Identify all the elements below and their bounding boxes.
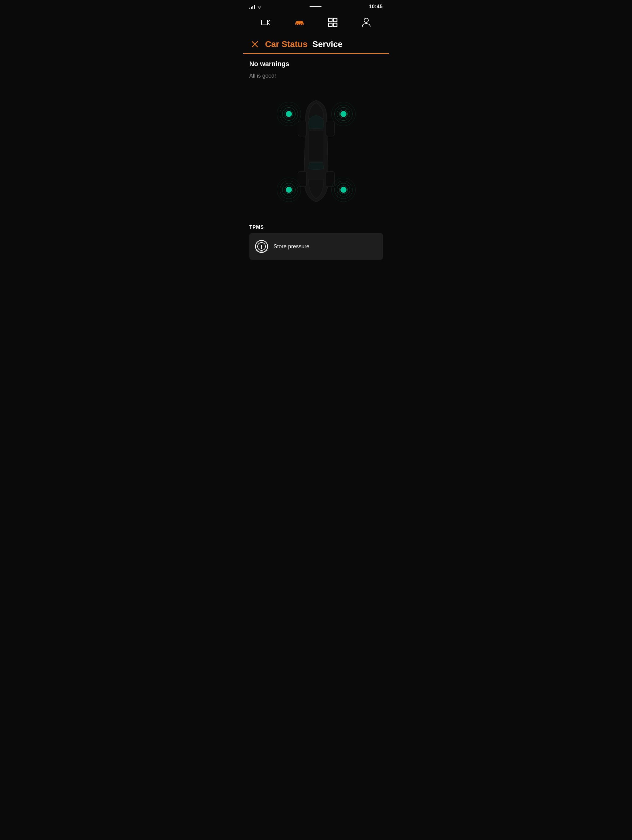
status-bar: 10:45 [243,0,389,12]
page-header: Car Status Service [243,34,389,53]
tpms-section: TPMS ! Store pressure [243,225,389,266]
svg-rect-3 [329,18,332,22]
warning-separator [249,70,258,70]
svg-rect-0 [261,20,268,25]
svg-point-1 [296,23,298,25]
store-pressure-label: Store pressure [274,243,309,250]
grid-icon[interactable] [326,16,339,29]
svg-rect-4 [333,18,337,22]
tire-status-fl [286,111,292,117]
signal-icon [249,5,255,9]
profile-icon[interactable] [360,16,373,29]
car-icon[interactable] [293,16,306,29]
car-visual [249,85,383,219]
tire-rear-left [277,178,301,202]
main-content: No warnings All is good! [243,60,389,219]
svg-point-2 [301,23,302,25]
svg-rect-5 [329,23,332,26]
warning-title: No warnings [249,60,383,68]
video-camera-icon[interactable] [260,16,273,29]
tire-status-rr [341,187,347,193]
car-status-tab[interactable]: Car Status [265,39,308,49]
status-left [249,5,262,9]
svg-text:!: ! [261,244,263,250]
svg-rect-6 [333,23,337,26]
tpms-card[interactable]: ! Store pressure [249,233,383,260]
dynamic-island [309,6,322,7]
tire-front-right [331,102,356,126]
close-button[interactable] [249,39,260,50]
tire-front-left [277,102,301,126]
service-tab[interactable]: Service [312,39,343,49]
tire-status-rl [286,187,292,193]
status-time: 10:45 [369,4,383,10]
svg-rect-10 [309,131,324,161]
wifi-icon [257,5,262,9]
tpms-label: TPMS [249,225,383,230]
tire-status-fr [341,111,347,117]
svg-point-7 [364,18,368,22]
tpms-icon: ! [254,239,269,254]
tire-rear-right [331,178,356,202]
top-nav [243,12,389,34]
header-divider [243,53,389,54]
warning-subtitle: All is good! [249,73,383,79]
